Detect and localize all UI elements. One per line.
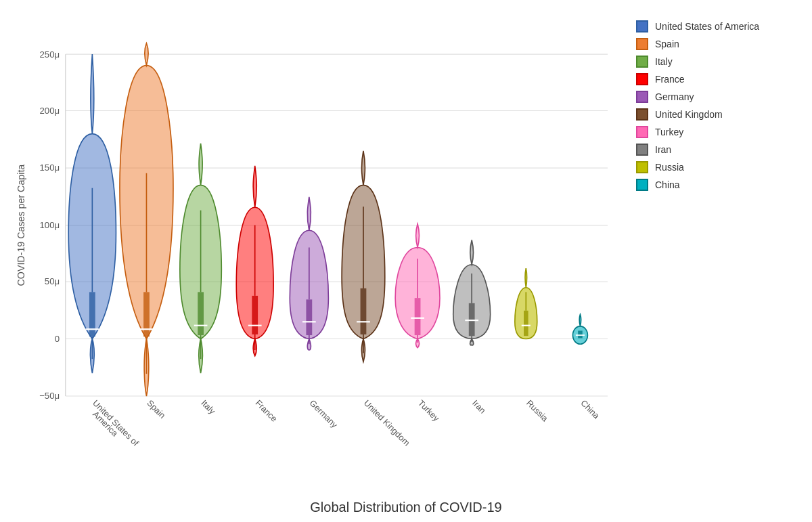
violin-china <box>572 314 587 344</box>
legend-label-russia: Russia <box>655 162 684 173</box>
svg-rect-28 <box>252 296 258 334</box>
svg-rect-24 <box>198 292 204 335</box>
svg-rect-40 <box>415 298 421 335</box>
svg-text:Germany: Germany <box>308 398 340 430</box>
svg-text:100μ: 100μ <box>40 220 60 230</box>
svg-rect-48 <box>524 311 528 336</box>
svg-text:Spain: Spain <box>145 398 167 420</box>
violin-germany <box>290 197 328 350</box>
legend-color-italy <box>636 56 648 68</box>
svg-text:0: 0 <box>55 334 60 344</box>
legend-label-iran: Iran <box>655 144 671 155</box>
legend-color-iran <box>636 144 648 156</box>
plot-area: 250μ 200μ 150μ 100μ 50μ 0 −50μ COVID-19 … <box>14 14 623 496</box>
violin-russia <box>515 268 537 339</box>
legend-label-germany: Germany <box>655 91 694 102</box>
svg-text:China: China <box>579 398 602 421</box>
legend-color-russia <box>636 161 648 173</box>
violin-iran <box>453 240 491 345</box>
legend-color-turkey <box>636 126 648 138</box>
svg-text:COVID-19 Cases per Capita: COVID-19 Cases per Capita <box>16 165 26 286</box>
svg-text:150μ: 150μ <box>40 162 60 173</box>
legend-item-china: China <box>636 179 798 191</box>
violin-usa <box>68 54 116 373</box>
chart-legend: United States of America Spain Italy Fra… <box>636 14 798 496</box>
violin-uk <box>342 151 385 362</box>
legend-label-uk: United Kingdom <box>655 109 723 120</box>
svg-rect-52 <box>578 330 583 338</box>
legend-color-china <box>636 179 648 191</box>
legend-label-turkey: Turkey <box>655 127 683 137</box>
svg-text:200μ: 200μ <box>40 106 60 116</box>
legend-color-germany <box>636 91 648 103</box>
legend-color-uk <box>636 108 648 121</box>
svg-text:Iran: Iran <box>470 398 487 415</box>
svg-text:France: France <box>254 398 279 424</box>
svg-text:United Kingdom: United Kingdom <box>362 398 411 448</box>
legend-item-russia: Russia <box>636 161 798 173</box>
legend-item-spain: Spain <box>636 38 798 50</box>
svg-text:Russia: Russia <box>524 398 550 424</box>
legend-item-uk: United Kingdom <box>636 108 798 121</box>
chart-svg: 250μ 200μ 150μ 100μ 50μ 0 −50μ COVID-19 … <box>14 14 623 496</box>
legend-label-spain: Spain <box>655 39 679 49</box>
svg-text:250μ: 250μ <box>40 49 60 60</box>
main-area: 250μ 200μ 150μ 100μ 50μ 0 −50μ COVID-19 … <box>14 14 798 496</box>
violin-spain <box>120 43 173 396</box>
violin-turkey <box>395 223 440 347</box>
svg-text:Italy: Italy <box>199 398 217 416</box>
svg-text:−50μ: −50μ <box>39 391 60 401</box>
svg-text:Turkey: Turkey <box>416 398 441 423</box>
legend-label-china: China <box>655 179 680 190</box>
svg-text:50μ: 50μ <box>45 276 60 286</box>
legend-label-france: France <box>655 74 685 85</box>
violin-france <box>236 166 273 356</box>
legend-color-france <box>636 73 648 85</box>
legend-label-italy: Italy <box>655 56 673 67</box>
legend-item-france: France <box>636 73 798 85</box>
chart-container: 250μ 200μ 150μ 100μ 50μ 0 −50μ COVID-19 … <box>0 0 812 522</box>
legend-item-iran: Iran <box>636 144 798 156</box>
svg-rect-36 <box>361 288 367 334</box>
legend-item-italy: Italy <box>636 56 798 68</box>
legend-color-spain <box>636 38 648 50</box>
legend-item-usa: United States of America <box>636 20 798 32</box>
legend-item-turkey: Turkey <box>636 126 798 138</box>
svg-rect-32 <box>306 299 312 335</box>
legend-color-usa <box>636 20 648 32</box>
legend-label-usa: United States of America <box>655 21 759 32</box>
legend-item-germany: Germany <box>636 91 798 103</box>
chart-title: Global Distribution of COVID-19 <box>14 500 798 515</box>
